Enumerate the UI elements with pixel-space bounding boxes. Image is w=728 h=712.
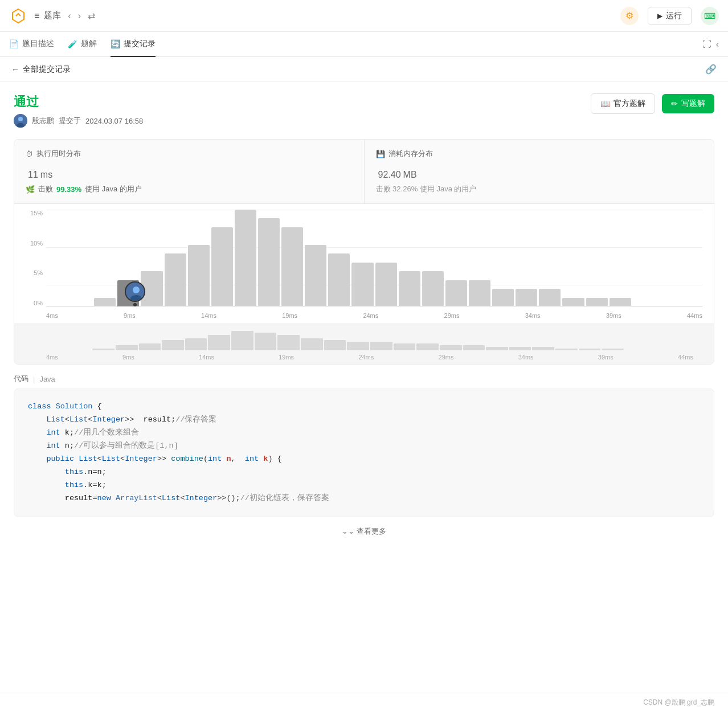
mini-bar	[139, 343, 161, 350]
tab-solution[interactable]: 🧪 题解	[68, 32, 97, 57]
tab-submission[interactable]: 🔄 提交记录	[111, 32, 156, 57]
code-line-7: this.k=k;	[28, 479, 700, 492]
chart-bar	[445, 280, 467, 306]
footer: CSDN @殷鹏 grd_志鹏	[0, 693, 728, 712]
tab-solution-label: 题解	[81, 39, 97, 49]
official-solution-button[interactable]: 📖 官方题解	[591, 93, 655, 114]
mem-unit: MB	[403, 170, 417, 179]
tabs-bar: 📄 题目描述 🧪 题解 🔄 提交记录 ⛶ ‹	[0, 32, 728, 57]
tab-submission-label: 提交记录	[124, 39, 156, 49]
chart-bar	[516, 289, 537, 306]
mini-x-14ms: 14ms	[199, 354, 214, 361]
stats-card: ⏱ 执行用时分布 11ms 🌿 击败 99.33% 使用 Java 的用户	[14, 139, 714, 365]
chart-bar	[586, 298, 608, 306]
chart-bar	[399, 271, 420, 306]
y-axis-labels: 15% 10% 5% 0%	[26, 210, 46, 324]
chart-bar	[235, 210, 256, 306]
chart-bar	[328, 253, 350, 306]
collapse-icon[interactable]: ‹	[716, 39, 719, 50]
result-status: 通过	[14, 93, 143, 111]
top-bar: ≡ 题库 ‹ › ⇄ ⚙ ▶ 运行 ⌨	[0, 0, 728, 32]
x-label-4ms: 4ms	[46, 312, 58, 319]
chart-bar	[610, 298, 631, 306]
y-label-5: 5%	[26, 269, 43, 276]
code-line-8: result=new ArrayList<List<Integer>>();//…	[28, 492, 700, 505]
mini-bar	[579, 349, 601, 350]
mini-chart	[14, 324, 714, 353]
memory-icon: 💾	[376, 150, 385, 158]
mem-number: 92.40	[378, 170, 401, 179]
chart-bar	[188, 245, 210, 306]
time-sub: 🌿 击败 99.33% 使用 Java 的用户	[26, 184, 353, 194]
chart-bar	[258, 218, 280, 306]
code-line-4: int n;//可以参与组合的数是[1,n]	[28, 440, 700, 453]
mini-bar	[486, 347, 508, 350]
marker-dot	[133, 303, 137, 306]
run-button[interactable]: ▶ 运行	[648, 7, 692, 25]
chevron-down-icon: ⌄⌄	[342, 527, 357, 535]
mini-x-19ms: 19ms	[279, 354, 294, 361]
x-label-39ms: 39ms	[606, 312, 621, 319]
code-line-5: public List<List<Integer>> combine(int n…	[28, 453, 700, 466]
time-pct: 99.33%	[56, 185, 81, 194]
mini-bar	[416, 343, 439, 350]
chart-area: 4ms 9ms 14ms 19ms 24ms 29ms 34ms 39ms 44…	[46, 210, 702, 324]
problem-icon: 📄	[9, 39, 19, 48]
code-label: 代码 | Java	[14, 365, 714, 388]
mini-bar	[277, 335, 300, 350]
mini-bar	[394, 343, 416, 350]
avatar-marker	[125, 281, 145, 306]
clock-icon: ⏱	[26, 150, 33, 158]
x-label-9ms: 9ms	[124, 312, 136, 319]
play-icon: ▶	[657, 12, 662, 20]
time-number: 11	[28, 170, 38, 179]
write-solution-button[interactable]: ✏ 写题解	[662, 94, 714, 113]
official-btn-label: 官方题解	[614, 99, 645, 109]
y-label-0: 0%	[26, 300, 43, 306]
code-line-3: int k;//用几个数来组合	[28, 427, 700, 440]
tabs-right: ⛶ ‹	[702, 39, 719, 50]
time-sub2: 使用 Java 的用户	[85, 184, 142, 194]
mini-bar	[324, 340, 346, 350]
back-button[interactable]: ← 全部提交记录	[11, 64, 71, 75]
mini-x-34ms: 34ms	[518, 354, 534, 361]
mini-bar	[162, 340, 184, 350]
tab-problem[interactable]: 📄 题目描述	[9, 32, 54, 57]
next-arrow[interactable]: ›	[78, 11, 81, 21]
show-more-button[interactable]: ⌄⌄ 查看更多	[14, 517, 714, 546]
submit-date: 2024.03.07 16:58	[85, 117, 143, 125]
edit-icon: ✏	[671, 99, 678, 108]
code-icon: ⌨	[701, 7, 719, 25]
result-left: 通过 殷志鹏 提交于 2024.03.07 16:58	[14, 93, 143, 128]
code-label-text: 代码	[14, 374, 28, 384]
chart-bar	[94, 298, 116, 306]
expand-icon[interactable]: ⛶	[702, 39, 711, 50]
mem-stat-label: 💾 消耗内存分布	[376, 149, 703, 159]
run-label: 运行	[666, 11, 682, 21]
author-name: 殷志鹏	[32, 116, 54, 126]
x-label-29ms: 29ms	[444, 312, 460, 319]
tab-problem-label: 题目描述	[22, 39, 54, 49]
time-sub1: 击败	[38, 184, 53, 194]
result-meta: 殷志鹏 提交于 2024.03.07 16:58	[14, 114, 143, 128]
result-header: 通过 殷志鹏 提交于 2024.03.07 16:58	[14, 93, 714, 128]
mini-bar	[301, 338, 323, 350]
chart-bar	[165, 253, 186, 306]
mini-bar	[602, 349, 624, 350]
svg-point-5	[130, 295, 142, 302]
code-divider: |	[33, 375, 35, 383]
mini-bar	[255, 333, 277, 350]
stats-top: ⏱ 执行用时分布 11ms 🌿 击败 99.33% 使用 Java 的用户	[14, 140, 714, 203]
mini-bar	[532, 347, 554, 350]
prev-arrow[interactable]: ‹	[68, 11, 71, 21]
mini-bar	[463, 345, 485, 350]
mini-x-39ms: 39ms	[598, 354, 614, 361]
mini-bar	[347, 342, 369, 350]
logo-icon[interactable]	[9, 7, 27, 25]
mini-bar	[231, 331, 253, 350]
link-icon[interactable]: 🔗	[705, 64, 717, 75]
mini-bar	[208, 335, 230, 350]
shuffle-icon[interactable]: ⇄	[88, 10, 95, 21]
time-label-text: 执行用时分布	[36, 149, 81, 159]
settings-icon[interactable]: ⚙	[620, 7, 639, 25]
